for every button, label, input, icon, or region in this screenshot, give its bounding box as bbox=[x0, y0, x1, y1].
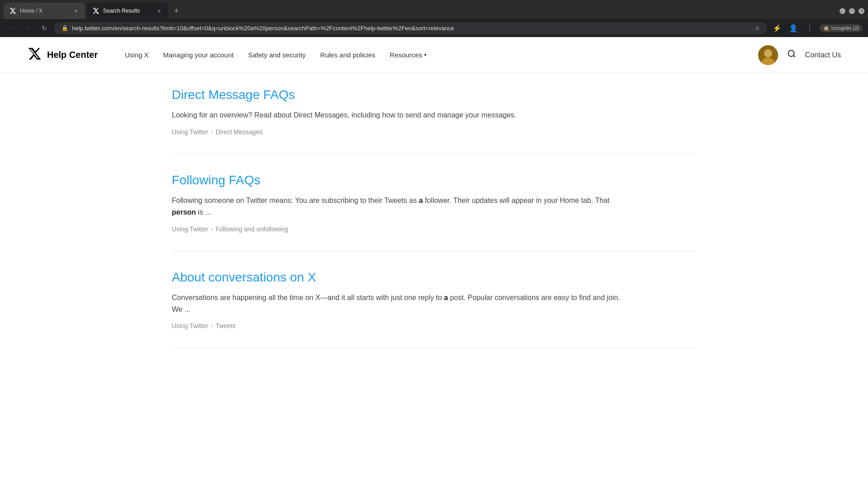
result-title-dm-faqs[interactable]: Direct Message FAQs bbox=[172, 87, 295, 103]
breadcrumb-separator-3: › bbox=[211, 323, 213, 329]
result-excerpt-conversations: Conversations are happening all the time… bbox=[172, 292, 624, 315]
address-bar[interactable]: 🔒 help.twitter.com/en/search-results?lim… bbox=[54, 22, 767, 34]
tab-close-home[interactable]: ✕ bbox=[72, 7, 80, 14]
site-logo[interactable]: Help Center bbox=[27, 47, 98, 63]
reload-button[interactable]: ↻ bbox=[38, 22, 51, 34]
maximize-button[interactable]: ❐ bbox=[849, 8, 855, 14]
nav-safety-security[interactable]: Safety and security bbox=[248, 51, 306, 59]
svg-line-4 bbox=[793, 56, 795, 57]
toolbar-right: ⚡ 👤 ⋮ 🕵 Incognito (2) bbox=[771, 22, 863, 34]
breadcrumb-following-faqs: Using Twitter › Following and unfollowin… bbox=[172, 225, 696, 233]
breadcrumb-tweets[interactable]: Tweets bbox=[216, 322, 236, 329]
incognito-icon: 🕵 bbox=[823, 25, 830, 31]
profile-button[interactable]: 👤 bbox=[787, 22, 800, 34]
incognito-badge: 🕵 Incognito (2) bbox=[820, 24, 863, 32]
tab-title-home: Home / X bbox=[20, 8, 69, 14]
incognito-label: Incognito (2) bbox=[831, 25, 859, 31]
new-tab-button[interactable]: + bbox=[170, 5, 183, 17]
tab-close-search[interactable]: ✕ bbox=[156, 7, 163, 14]
window-controls: — ❐ ✕ bbox=[840, 8, 864, 14]
nav-resources[interactable]: Resources ▾ bbox=[390, 51, 427, 59]
main-content: Direct Message FAQs Looking for an overv… bbox=[145, 73, 723, 348]
page-content: Help Center Using X Managing your accoun… bbox=[0, 37, 868, 417]
minimize-button[interactable]: — bbox=[840, 8, 845, 14]
breadcrumb-dm-faqs: Using Twitter › Direct Messages bbox=[172, 128, 696, 136]
browser-window: Home / X ✕ Search Results ✕ + — ❐ ✕ ← → … bbox=[0, 0, 868, 37]
resources-chevron-icon: ▾ bbox=[424, 52, 427, 58]
site-logo-text: Help Center bbox=[47, 50, 98, 60]
result-item-conversations: About conversations on X Conversations a… bbox=[172, 251, 696, 348]
svg-point-1 bbox=[764, 49, 772, 57]
resources-label: Resources bbox=[390, 51, 422, 59]
svg-point-3 bbox=[788, 51, 794, 56]
tab-title-search: Search Results bbox=[103, 8, 152, 14]
breadcrumb-following-unfollowing[interactable]: Following and unfollowing bbox=[216, 225, 288, 233]
result-excerpt-following-faqs: Following someone on Twitter means: You … bbox=[172, 195, 624, 218]
forward-button[interactable]: → bbox=[22, 22, 34, 34]
nav-managing-account[interactable]: Managing your account bbox=[163, 51, 234, 59]
site-header: Help Center Using X Managing your accoun… bbox=[0, 37, 868, 73]
extensions-button[interactable]: ⚡ bbox=[771, 22, 783, 34]
breadcrumb-direct-messages[interactable]: Direct Messages bbox=[216, 128, 263, 136]
browser-title-bar: Home / X ✕ Search Results ✕ + — ❐ ✕ bbox=[0, 0, 868, 19]
close-button[interactable]: ✕ bbox=[859, 8, 864, 14]
result-title-conversations[interactable]: About conversations on X bbox=[172, 269, 316, 286]
tab-favicon-search bbox=[92, 7, 99, 14]
site-nav: Using X Managing your account Safety and… bbox=[125, 51, 758, 59]
header-right: Contact Us bbox=[758, 45, 841, 65]
contact-us-link[interactable]: Contact Us bbox=[805, 51, 841, 59]
result-item-following-faqs: Following FAQs Following someone on Twit… bbox=[172, 154, 696, 251]
x-logo-icon bbox=[27, 47, 42, 63]
back-button[interactable]: ← bbox=[5, 22, 18, 34]
breadcrumb-using-twitter-2[interactable]: Using Twitter bbox=[172, 225, 208, 233]
breadcrumb-conversations: Using Twitter › Tweets bbox=[172, 322, 696, 329]
breadcrumb-separator-2: › bbox=[211, 226, 213, 232]
user-avatar[interactable] bbox=[758, 45, 778, 65]
star-icon[interactable]: ☆ bbox=[755, 25, 760, 32]
menu-button[interactable]: ⋮ bbox=[803, 22, 816, 34]
search-button[interactable] bbox=[787, 49, 796, 61]
nav-rules-policies[interactable]: Rules and policies bbox=[320, 51, 375, 59]
result-title-following-faqs[interactable]: Following FAQs bbox=[172, 172, 260, 188]
breadcrumb-using-twitter[interactable]: Using Twitter bbox=[172, 128, 208, 136]
browser-tab-home[interactable]: Home / X ✕ bbox=[4, 3, 85, 19]
tab-favicon-home bbox=[9, 7, 16, 14]
browser-tab-search[interactable]: Search Results ✕ bbox=[87, 3, 168, 19]
breadcrumb-using-twitter-3[interactable]: Using Twitter bbox=[172, 322, 208, 329]
lock-icon: 🔒 bbox=[61, 25, 68, 31]
browser-toolbar: ← → ↻ 🔒 help.twitter.com/en/search-resul… bbox=[0, 19, 868, 37]
nav-using-x[interactable]: Using X bbox=[125, 51, 149, 59]
url-text: help.twitter.com/en/search-results?limit… bbox=[72, 25, 751, 32]
result-item-dm-faqs: Direct Message FAQs Looking for an overv… bbox=[172, 73, 696, 154]
result-excerpt-dm-faqs: Looking for an overview? Read about Dire… bbox=[172, 109, 624, 121]
breadcrumb-separator: › bbox=[211, 129, 213, 135]
